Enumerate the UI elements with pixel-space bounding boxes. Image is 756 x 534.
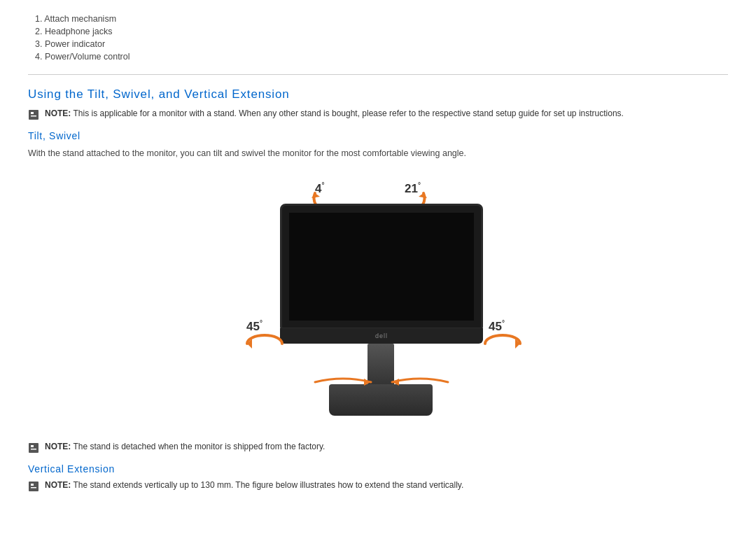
svg-marker-3 xyxy=(312,193,320,198)
svg-rect-13 xyxy=(31,484,34,486)
note-text-2: NOTE: The stand is detached when the mon… xyxy=(45,442,325,451)
monitor-bezel-bottom: dell xyxy=(280,328,483,344)
note-block-3: NOTE: The stand extends vertically up to… xyxy=(28,480,728,492)
parts-list: Attach mechanism Headphone jacks Power i… xyxy=(28,14,728,75)
list-item-3: Power indicator xyxy=(35,39,728,49)
svg-rect-14 xyxy=(31,487,36,489)
section-tilt-swivel-title: Using the Tilt, Swivel, and Vertical Ext… xyxy=(28,87,728,101)
svg-rect-11 xyxy=(31,449,36,450)
list-item-1: Attach mechanism xyxy=(35,14,728,24)
note-block-2: NOTE: The stand is detached when the mon… xyxy=(28,442,728,454)
swivel-right-arrow xyxy=(482,330,524,360)
parts-ordered-list: Attach mechanism Headphone jacks Power i… xyxy=(28,14,728,62)
list-item-2: Headphone jacks xyxy=(35,27,728,36)
note-block-1: NOTE: This is applicable for a monitor w… xyxy=(28,108,728,120)
section-vertical-title: Vertical Extension xyxy=(28,463,728,475)
note-text-3: NOTE: The stand extends vertically up to… xyxy=(45,480,463,490)
monitor-logo: dell xyxy=(375,332,388,339)
monitor-screen-inner xyxy=(289,213,474,321)
note-text-1: NOTE: This is applicable for a monitor w… xyxy=(45,108,624,118)
svg-rect-10 xyxy=(31,445,34,447)
svg-rect-2 xyxy=(31,115,36,117)
note-icon-3 xyxy=(28,481,39,492)
svg-rect-12 xyxy=(29,482,38,491)
svg-rect-0 xyxy=(29,110,38,120)
svg-marker-4 xyxy=(419,193,427,198)
svg-rect-9 xyxy=(29,443,38,453)
note-icon-2 xyxy=(28,442,39,454)
swivel-base-arrows xyxy=(301,372,462,395)
tilt-swivel-diagram: 4° 21° dell 45° xyxy=(231,169,525,435)
tilt-swivel-body: With the stand attached to the monitor, … xyxy=(28,147,728,160)
list-item-4: Power/Volume control xyxy=(35,52,728,62)
monitor-screen xyxy=(280,204,483,330)
svg-rect-1 xyxy=(31,112,34,114)
subsection-tilt-swivel-title: Tilt, Swivel xyxy=(28,130,728,141)
swivel-left-arrow xyxy=(244,330,286,360)
note-icon-1 xyxy=(28,109,39,120)
svg-marker-8 xyxy=(392,379,399,386)
svg-marker-7 xyxy=(364,379,371,386)
